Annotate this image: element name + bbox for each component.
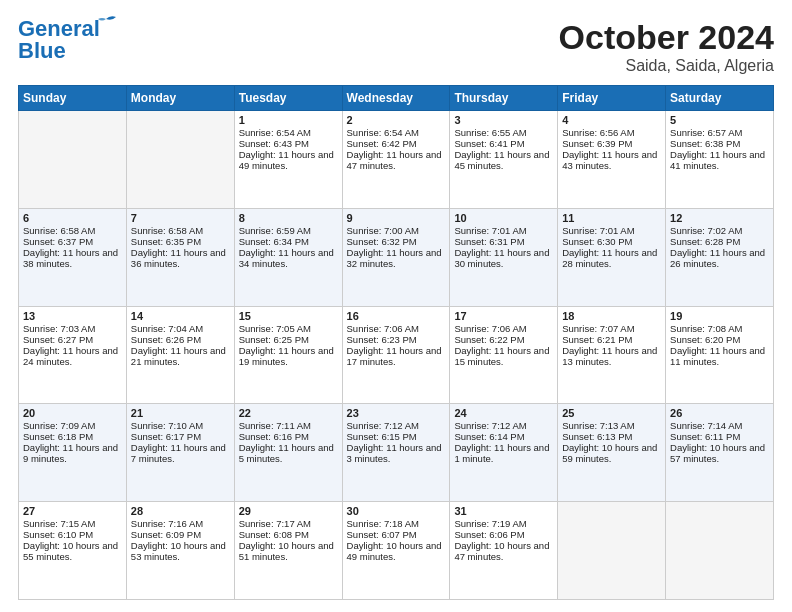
- calendar-cell: 16 Sunrise: 7:06 AM Sunset: 6:23 PM Dayl…: [342, 306, 450, 404]
- sunset-label: Sunset: 6:38 PM: [670, 138, 740, 149]
- daylight-label: Daylight: 11 hours and 15 minutes.: [454, 345, 549, 367]
- calendar-cell: 8 Sunrise: 6:59 AM Sunset: 6:34 PM Dayli…: [234, 208, 342, 306]
- day-number: 31: [454, 505, 553, 517]
- calendar-day-header: Thursday: [450, 86, 558, 111]
- calendar-cell: 12 Sunrise: 7:02 AM Sunset: 6:28 PM Dayl…: [666, 208, 774, 306]
- daylight-label: Daylight: 10 hours and 47 minutes.: [454, 540, 549, 562]
- sunset-label: Sunset: 6:08 PM: [239, 529, 309, 540]
- daylight-label: Daylight: 11 hours and 17 minutes.: [347, 345, 442, 367]
- sunset-label: Sunset: 6:25 PM: [239, 334, 309, 345]
- sunrise-label: Sunrise: 7:02 AM: [670, 225, 742, 236]
- sunrise-label: Sunrise: 7:01 AM: [562, 225, 634, 236]
- calendar-cell: 5 Sunrise: 6:57 AM Sunset: 6:38 PM Dayli…: [666, 111, 774, 209]
- calendar-cell: 24 Sunrise: 7:12 AM Sunset: 6:14 PM Dayl…: [450, 404, 558, 502]
- calendar-cell: 31 Sunrise: 7:19 AM Sunset: 6:06 PM Dayl…: [450, 502, 558, 600]
- daylight-label: Daylight: 11 hours and 49 minutes.: [239, 149, 334, 171]
- calendar-cell: 25 Sunrise: 7:13 AM Sunset: 6:13 PM Dayl…: [558, 404, 666, 502]
- daylight-label: Daylight: 11 hours and 9 minutes.: [23, 442, 118, 464]
- sunrise-label: Sunrise: 7:13 AM: [562, 420, 634, 431]
- calendar-cell: 23 Sunrise: 7:12 AM Sunset: 6:15 PM Dayl…: [342, 404, 450, 502]
- sunset-label: Sunset: 6:13 PM: [562, 431, 632, 442]
- daylight-label: Daylight: 11 hours and 41 minutes.: [670, 149, 765, 171]
- calendar-table: SundayMondayTuesdayWednesdayThursdayFrid…: [18, 85, 774, 600]
- sunrise-label: Sunrise: 6:59 AM: [239, 225, 311, 236]
- calendar-subtitle: Saida, Saida, Algeria: [559, 57, 774, 75]
- day-number: 29: [239, 505, 338, 517]
- daylight-label: Daylight: 11 hours and 21 minutes.: [131, 345, 226, 367]
- day-number: 8: [239, 212, 338, 224]
- calendar-cell: 2 Sunrise: 6:54 AM Sunset: 6:42 PM Dayli…: [342, 111, 450, 209]
- calendar-cell: 7 Sunrise: 6:58 AM Sunset: 6:35 PM Dayli…: [126, 208, 234, 306]
- day-number: 19: [670, 310, 769, 322]
- calendar-header-row: SundayMondayTuesdayWednesdayThursdayFrid…: [19, 86, 774, 111]
- calendar-cell: 30 Sunrise: 7:18 AM Sunset: 6:07 PM Dayl…: [342, 502, 450, 600]
- sunset-label: Sunset: 6:30 PM: [562, 236, 632, 247]
- sunset-label: Sunset: 6:06 PM: [454, 529, 524, 540]
- day-number: 16: [347, 310, 446, 322]
- sunrise-label: Sunrise: 7:05 AM: [239, 323, 311, 334]
- logo-bird-icon: [92, 15, 120, 35]
- daylight-label: Daylight: 11 hours and 47 minutes.: [347, 149, 442, 171]
- calendar-week-row: 20 Sunrise: 7:09 AM Sunset: 6:18 PM Dayl…: [19, 404, 774, 502]
- day-number: 17: [454, 310, 553, 322]
- calendar-cell: 10 Sunrise: 7:01 AM Sunset: 6:31 PM Dayl…: [450, 208, 558, 306]
- calendar-cell: 6 Sunrise: 6:58 AM Sunset: 6:37 PM Dayli…: [19, 208, 127, 306]
- daylight-label: Daylight: 11 hours and 36 minutes.: [131, 247, 226, 269]
- sunset-label: Sunset: 6:21 PM: [562, 334, 632, 345]
- daylight-label: Daylight: 11 hours and 7 minutes.: [131, 442, 226, 464]
- day-number: 3: [454, 114, 553, 126]
- daylight-label: Daylight: 11 hours and 34 minutes.: [239, 247, 334, 269]
- sunrise-label: Sunrise: 7:16 AM: [131, 518, 203, 529]
- day-number: 22: [239, 407, 338, 419]
- day-number: 11: [562, 212, 661, 224]
- day-number: 24: [454, 407, 553, 419]
- day-number: 10: [454, 212, 553, 224]
- daylight-label: Daylight: 10 hours and 53 minutes.: [131, 540, 226, 562]
- calendar-cell: 26 Sunrise: 7:14 AM Sunset: 6:11 PM Dayl…: [666, 404, 774, 502]
- daylight-label: Daylight: 11 hours and 38 minutes.: [23, 247, 118, 269]
- sunset-label: Sunset: 6:39 PM: [562, 138, 632, 149]
- daylight-label: Daylight: 10 hours and 55 minutes.: [23, 540, 118, 562]
- calendar-day-header: Monday: [126, 86, 234, 111]
- daylight-label: Daylight: 11 hours and 5 minutes.: [239, 442, 334, 464]
- sunrise-label: Sunrise: 7:04 AM: [131, 323, 203, 334]
- daylight-label: Daylight: 10 hours and 59 minutes.: [562, 442, 657, 464]
- calendar-cell: 17 Sunrise: 7:06 AM Sunset: 6:22 PM Dayl…: [450, 306, 558, 404]
- sunset-label: Sunset: 6:07 PM: [347, 529, 417, 540]
- daylight-label: Daylight: 11 hours and 45 minutes.: [454, 149, 549, 171]
- day-number: 27: [23, 505, 122, 517]
- calendar-cell: [666, 502, 774, 600]
- day-number: 23: [347, 407, 446, 419]
- calendar-cell: 21 Sunrise: 7:10 AM Sunset: 6:17 PM Dayl…: [126, 404, 234, 502]
- day-number: 21: [131, 407, 230, 419]
- sunrise-label: Sunrise: 7:11 AM: [239, 420, 311, 431]
- day-number: 6: [23, 212, 122, 224]
- calendar-cell: 19 Sunrise: 7:08 AM Sunset: 6:20 PM Dayl…: [666, 306, 774, 404]
- day-number: 26: [670, 407, 769, 419]
- day-number: 13: [23, 310, 122, 322]
- sunrise-label: Sunrise: 6:54 AM: [239, 127, 311, 138]
- title-block: October 2024 Saida, Saida, Algeria: [559, 18, 774, 75]
- calendar-day-header: Sunday: [19, 86, 127, 111]
- day-number: 28: [131, 505, 230, 517]
- calendar-week-row: 1 Sunrise: 6:54 AM Sunset: 6:43 PM Dayli…: [19, 111, 774, 209]
- logo-text: General Blue: [18, 18, 100, 62]
- calendar-title: October 2024: [559, 18, 774, 57]
- calendar-cell: [126, 111, 234, 209]
- calendar-cell: 28 Sunrise: 7:16 AM Sunset: 6:09 PM Dayl…: [126, 502, 234, 600]
- sunrise-label: Sunrise: 7:12 AM: [454, 420, 526, 431]
- calendar-cell: 18 Sunrise: 7:07 AM Sunset: 6:21 PM Dayl…: [558, 306, 666, 404]
- sunset-label: Sunset: 6:37 PM: [23, 236, 93, 247]
- calendar-cell: 11 Sunrise: 7:01 AM Sunset: 6:30 PM Dayl…: [558, 208, 666, 306]
- sunset-label: Sunset: 6:27 PM: [23, 334, 93, 345]
- daylight-label: Daylight: 11 hours and 3 minutes.: [347, 442, 442, 464]
- day-number: 12: [670, 212, 769, 224]
- sunset-label: Sunset: 6:16 PM: [239, 431, 309, 442]
- daylight-label: Daylight: 11 hours and 11 minutes.: [670, 345, 765, 367]
- sunset-label: Sunset: 6:09 PM: [131, 529, 201, 540]
- sunset-label: Sunset: 6:20 PM: [670, 334, 740, 345]
- calendar-cell: 20 Sunrise: 7:09 AM Sunset: 6:18 PM Dayl…: [19, 404, 127, 502]
- daylight-label: Daylight: 11 hours and 28 minutes.: [562, 247, 657, 269]
- sunrise-label: Sunrise: 7:07 AM: [562, 323, 634, 334]
- calendar-cell: 3 Sunrise: 6:55 AM Sunset: 6:41 PM Dayli…: [450, 111, 558, 209]
